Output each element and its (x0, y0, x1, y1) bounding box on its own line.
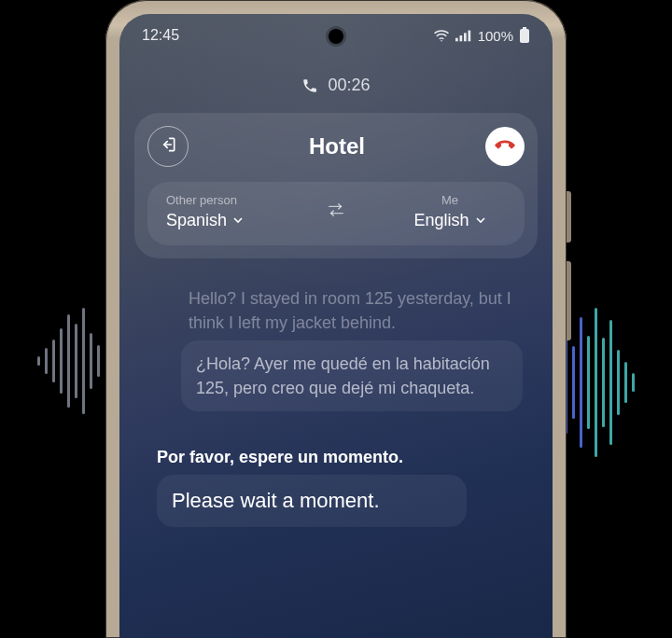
exit-button[interactable] (147, 126, 189, 167)
me-language-selector[interactable]: Me English (394, 193, 506, 230)
language-selector-card: Other person Spanish (147, 182, 525, 245)
end-call-icon (493, 132, 517, 160)
other-language-value: Spanish (166, 211, 227, 230)
swap-languages-button[interactable] (326, 201, 346, 222)
wifi-icon (433, 29, 450, 42)
status-right: 100% (433, 27, 530, 44)
swap-icon (326, 205, 346, 221)
status-bar: 12:45 100% (119, 14, 553, 57)
svg-rect-6 (520, 29, 529, 43)
chevron-down-icon (475, 211, 486, 230)
screen: 12:45 100% (119, 14, 553, 638)
other-message-translated: Please wait a moment. (157, 475, 467, 527)
call-duration: 00:26 (328, 76, 370, 95)
me-language-label: Me (441, 193, 458, 207)
svg-rect-4 (468, 31, 470, 42)
side-button-1 (567, 191, 571, 243)
call-header-card: Hotel Other person Spanish (134, 113, 538, 258)
status-time: 12:45 (142, 27, 179, 44)
battery-icon (519, 27, 530, 44)
transcript: Hello? I stayed in room 125 yesterday, b… (157, 286, 515, 533)
call-timer: 00:26 (119, 76, 553, 95)
side-button-2 (567, 261, 571, 340)
chevron-down-icon (232, 211, 244, 230)
my-message-translated: ¿Hola? Ayer me quedé en la habitación 12… (181, 340, 523, 411)
contact-name: Hotel (189, 133, 485, 160)
svg-rect-1 (455, 38, 458, 42)
my-message-original: Hello? I stayed in room 125 yesterday, b… (189, 286, 515, 335)
sound-wave-left (37, 308, 100, 414)
me-language-value: English (413, 211, 469, 230)
svg-rect-3 (464, 33, 467, 41)
signal-icon (455, 29, 472, 42)
stage: 12:45 100% (0, 0, 672, 638)
phone-icon (301, 77, 318, 94)
other-message-original: Por favor, espere un momento. (157, 445, 459, 469)
other-language-label: Other person (166, 193, 237, 207)
end-call-button[interactable] (485, 127, 525, 166)
exit-icon (159, 135, 177, 158)
svg-rect-5 (523, 27, 526, 29)
svg-point-0 (441, 40, 442, 42)
status-battery-text: 100% (478, 28, 513, 44)
phone-frame: 12:45 100% (105, 0, 567, 638)
svg-rect-2 (459, 35, 462, 41)
other-language-selector[interactable]: Other person Spanish (166, 193, 278, 230)
